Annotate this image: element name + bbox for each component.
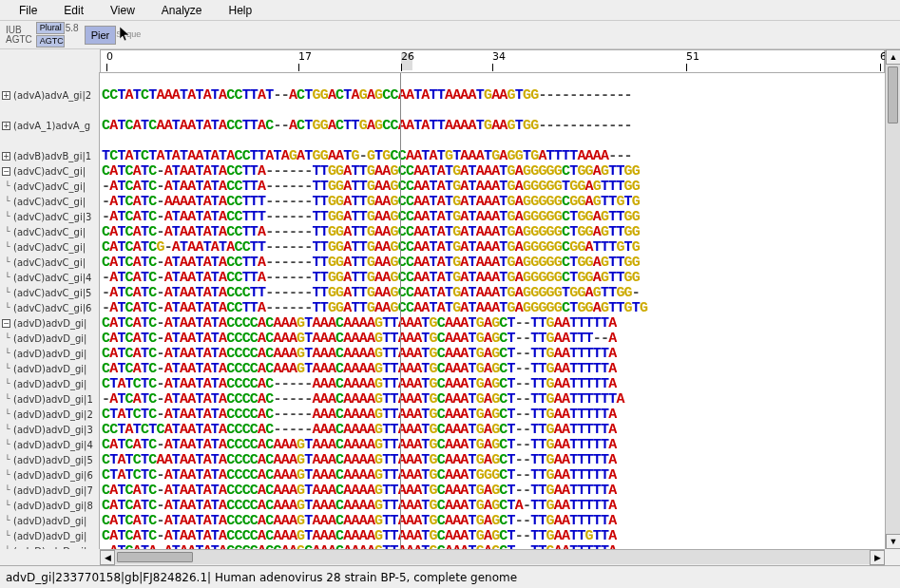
sequence-label[interactable]: └(advC)advC_gi|5 <box>0 285 99 300</box>
toolbar-plural-button[interactable]: Plural <box>36 22 65 34</box>
sequence-row[interactable]: CTATCTC-ATAATATACCCCACAAAGTAAACAAAAGTTAA… <box>100 468 900 484</box>
toolbar-agtc-button[interactable]: AGTC <box>36 35 65 47</box>
scroll-up-button[interactable]: ▲ <box>886 49 900 65</box>
expand-icon[interactable]: + <box>2 91 10 100</box>
label-text: (advD)advD_gi|2 <box>13 409 93 420</box>
sequence-label[interactable]: └(advD)advD_gi| <box>0 361 99 376</box>
sequence-label[interactable]: └(advD)advD_gi|5 <box>0 452 99 467</box>
sequence-label[interactable]: └(advD)advD_gi|3 <box>0 422 99 437</box>
tree-branch-icon: └ <box>2 470 13 480</box>
sequence-row[interactable]: CATCATCAATAATATACCTTAC--ACTGGACTTGAGCCAA… <box>100 119 900 134</box>
sequence-label[interactable]: └(advD)advD_gi|2 <box>0 407 99 422</box>
sequence-label[interactable]: └(advD)advD_gi|8 <box>0 498 99 513</box>
sequence-label[interactable]: +(advB)advB_gi|1 <box>0 148 99 163</box>
sequence-row[interactable]: CATCATC-ATAATATACCCCACAAAGTAAACAAAAGTTAA… <box>100 499 900 514</box>
sequence-row[interactable]: CTATCTC-ATAATATACCCCAC-----AAACAAAAGTTAA… <box>100 408 900 423</box>
tree-branch-icon: └ <box>2 501 13 510</box>
sequence-label[interactable]: └(advD)advD_gi| <box>0 513 99 528</box>
sequence-label[interactable]: └(advC)advC_gi|6 <box>0 300 99 315</box>
menu-file[interactable]: File <box>6 2 50 19</box>
sequence-label[interactable]: └(advC)advC_gi|4 <box>0 270 99 285</box>
sequence-row[interactable]: CATCATC-ATAATATACCTTA------TTGGATTGAAGCC… <box>100 164 900 180</box>
label-text: (advA)advA_gi|2 <box>13 90 91 101</box>
sequence-label[interactable]: └(advC)advC_gi| <box>0 194 99 209</box>
sequence-label[interactable]: └(advD)advD_gi| <box>0 543 99 549</box>
sequence-label[interactable]: └(advD)advD_gi| <box>0 331 99 346</box>
sequence-label[interactable]: └(advC)advC_gi|3 <box>0 209 99 224</box>
sequence-row[interactable]: CCTATCTCATAATATACCCCAC-----AAACAAAAGTTAA… <box>100 423 900 438</box>
sequence-label[interactable]: └(advD)advD_gi| <box>0 376 99 391</box>
sequence-row[interactable]: CATCATC-ATAATATACCCCACAAAGTAAACAAAAGTTAA… <box>100 514 900 529</box>
tree-branch-icon: └ <box>2 409 13 419</box>
menu-edit[interactable]: Edit <box>50 2 97 19</box>
expand-icon[interactable]: + <box>2 152 10 161</box>
sequence-label[interactable]: └(advC)advC_gi| <box>0 239 99 255</box>
menu-view[interactable]: View <box>97 2 148 19</box>
sequence-row[interactable]: CATCATC-ATAATATACCCCACAAAGTAAACAAAAGTTAA… <box>100 316 900 332</box>
sequence-label[interactable]: −(advC)advC_gi| <box>0 163 99 179</box>
sequence-label[interactable]: └(advC)advC_gi| <box>0 255 99 270</box>
sequence-label[interactable]: └(advD)advD_gi|1 <box>0 391 99 407</box>
sequence-row[interactable]: CATCATCG-ATAATATACCTT------TTGGATTGAAGCC… <box>100 240 900 256</box>
sequence-label[interactable]: └(advC)advC_gi| <box>0 179 99 194</box>
toolbar-pier-button[interactable]: Pier <box>85 26 117 45</box>
sequence-row[interactable]: CTATCTCAATAATATACCCCACAAAGTAAACAAAAGTTAA… <box>100 453 900 468</box>
sequence-row[interactable]: CATCATC-ATAATATACCCCACAAAGTAAACAAAAGTTAA… <box>100 362 900 377</box>
scroll-down-button[interactable]: ▼ <box>886 534 900 549</box>
sequence-label[interactable]: └(advD)advD_gi|4 <box>0 437 99 452</box>
vscroll-thumb[interactable] <box>888 66 898 123</box>
sequence-pane[interactable]: CCTATCTAAATATATACCTTAT--ACTGGACTAGAGCCAA… <box>100 72 900 549</box>
expand-icon[interactable]: + <box>2 122 10 130</box>
sequence-row[interactable]: TCTATCTATATAATATACCTTATAGATGGAATG-GTGCCA… <box>100 149 900 164</box>
sequence-row[interactable]: -ATCATC-ATAATATACCTTA------TTGGATTGAAGCC… <box>100 180 900 195</box>
label-text: (advD)advD_gi| <box>13 516 87 526</box>
sequence-row[interactable]: CATCATC-ATAATATACCCCACAAAGTAAACAAAAGTTAA… <box>100 438 900 453</box>
hscroll-thumb[interactable] <box>117 552 193 562</box>
sequence-label[interactable]: −(advD)advD_gi| <box>0 315 99 331</box>
sequence-row[interactable]: CATCATC-ATAATATACCCCACAAAGTAAACAAAAGTTAA… <box>100 484 900 499</box>
tree-branch-icon: └ <box>2 516 13 525</box>
tree-branch-icon: └ <box>2 364 13 373</box>
sequence-row[interactable]: CATCATC-ATAATATACCCCACAAAGTAAACAAAAGTTAA… <box>100 529 900 544</box>
sequence-row[interactable]: -ATCATC-ATAATATACCCCAC-----AAACAAAAGTTAA… <box>100 392 900 408</box>
label-text: (advD)advD_gi|4 <box>13 440 93 450</box>
tree-branch-icon: └ <box>2 273 13 282</box>
sequence-label[interactable]: +(advA)advA_gi|2 <box>0 87 99 103</box>
sequence-row[interactable]: -ATCATC-ATAATATACCTTT------TTGGATTGAAGCC… <box>100 210 900 225</box>
sequence-label[interactable]: └(advC)advC_gi| <box>0 224 99 239</box>
sequence-row[interactable]: -ATCATC-ATAATATACCCTT------TTGGATTGAAGCC… <box>100 286 900 301</box>
sequence-row[interactable]: CCTATCTAAATATATACCTTAT--ACTGGACTAGAGCCAA… <box>100 88 900 104</box>
sequence-row[interactable]: CATCATC-ATAATATACCCCACAAAGTAAACAAAAGTTAA… <box>100 332 900 347</box>
tree-branch-icon: └ <box>2 333 13 343</box>
menu-analyze[interactable]: Analyze <box>148 2 216 19</box>
sequence-label[interactable]: └(advD)advD_gi| <box>0 346 99 361</box>
sequence-label[interactable]: +(advA_1)advA_g <box>0 118 99 133</box>
label-text: (advD)advD_gi| <box>13 379 87 389</box>
sequence-row[interactable]: CATCATC-ATAATATACCTTA------TTGGATTGAAGCC… <box>100 225 900 240</box>
menu-bar: FileEditViewAnalyzeHelp <box>0 0 900 21</box>
label-text: (advC)advC_gi|6 <box>13 303 91 313</box>
sequence-row[interactable]: -ATCATC-ATAATATACCTTA------TTGGATTGAAGCC… <box>100 271 900 286</box>
horizontal-scrollbar[interactable]: ◀ ▶ <box>100 549 885 564</box>
collapse-icon[interactable]: − <box>2 167 10 176</box>
collapse-icon[interactable]: − <box>2 319 10 328</box>
sequence-row[interactable]: -ATCATC-ATAATATACCTTA------TTGGATTGAAGCC… <box>100 301 900 316</box>
sequence-row[interactable]: CATCATC-ATAATATACCTTA------TTGGATTGAAGCC… <box>100 256 900 271</box>
label-text: (advD)advD_gi| <box>13 349 87 359</box>
sequence-row[interactable]: CTATCTC-ATAATATACCCCAC-----AAACAAAAGTTAA… <box>100 377 900 392</box>
toolbar-iub-label: IUB <box>6 26 22 35</box>
sequence-label[interactable]: └(advD)advD_gi|7 <box>0 483 99 498</box>
vertical-scrollbar[interactable]: ▲ ▼ <box>885 49 900 549</box>
label-text: (advD)advD_gi|3 <box>13 425 93 435</box>
sequence-label[interactable]: └(advD)advD_gi|6 <box>0 467 99 483</box>
scroll-left-button[interactable]: ◀ <box>100 550 115 565</box>
label-text: (advC)advC_gi|5 <box>13 288 91 298</box>
position-ruler[interactable]: 01726345168 <box>100 49 885 72</box>
sequence-row[interactable]: CATCATC-ATAATATACCCCACAAAGTAAACAAAAGTTAA… <box>100 347 900 362</box>
menu-help[interactable]: Help <box>216 2 266 19</box>
tree-branch-icon: └ <box>2 303 13 313</box>
sequence-row[interactable]: -ATCATC-AAAATATACCTTT------TTGGATTGAAGCC… <box>100 195 900 210</box>
sequence-label[interactable]: └(advD)advD_gi| <box>0 528 99 543</box>
label-text: (advC)advC_gi| <box>13 227 86 237</box>
scroll-right-button[interactable]: ▶ <box>870 550 885 565</box>
